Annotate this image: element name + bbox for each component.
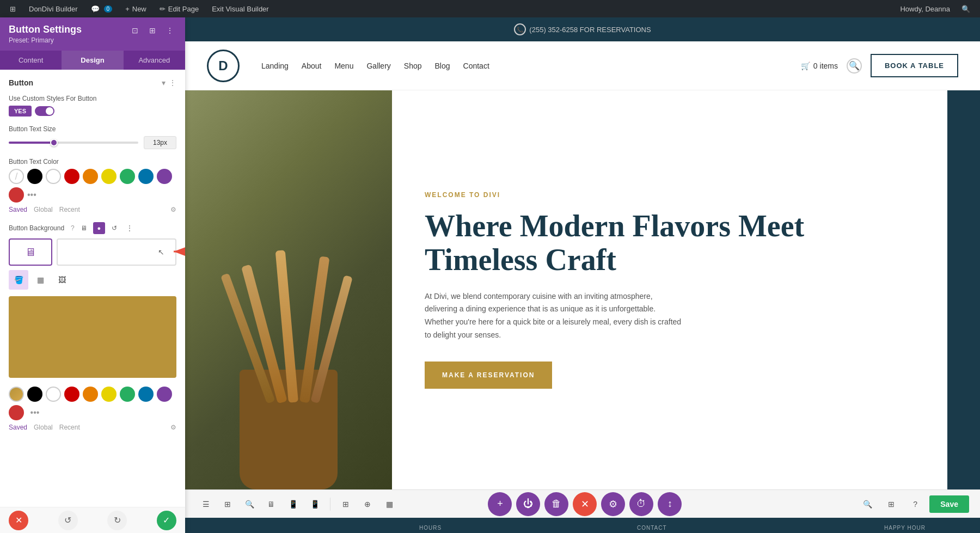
- blue-swatch[interactable]: [138, 169, 154, 184]
- time-action-button[interactable]: ⏱: [629, 492, 653, 516]
- red-swatch[interactable]: [64, 169, 79, 184]
- add-action-button[interactable]: +: [488, 492, 512, 516]
- bg-more-icon[interactable]: ⋮: [124, 222, 136, 234]
- hero-content: WELCOME TO DIVI Where Modern Flavors Mee…: [392, 90, 947, 489]
- tab-advanced[interactable]: Advanced: [124, 51, 185, 70]
- nav-shop[interactable]: Shop: [404, 62, 422, 70]
- toolbar-zoom-icon[interactable]: ⊕: [358, 494, 377, 514]
- color-settings-icon[interactable]: ⚙: [170, 206, 176, 213]
- transparent-swatch[interactable]: [9, 169, 24, 184]
- black-swatch-2[interactable]: [27, 387, 42, 402]
- reservation-button[interactable]: MAKE A RESERVATION: [425, 362, 552, 389]
- panel-header-icons: ⊡ ⊞ ⋮: [128, 24, 176, 37]
- toolbar-search-icon[interactable]: 🔍: [240, 494, 259, 514]
- cancel-button[interactable]: ✕: [9, 511, 28, 530]
- help-right-btn[interactable]: ?: [905, 494, 925, 514]
- bg-color-type[interactable]: 🪣: [9, 270, 28, 290]
- book-table-button[interactable]: BOOK A TABLE: [871, 54, 958, 77]
- green-swatch-2[interactable]: [120, 387, 135, 402]
- cart-info[interactable]: 🛒 0 items: [801, 62, 838, 70]
- settings-action-button[interactable]: ⚙: [601, 492, 625, 516]
- exit-builder-link[interactable]: Exit Visual Builder: [207, 0, 273, 17]
- yellow-swatch[interactable]: [101, 169, 117, 184]
- blue-swatch-2[interactable]: [138, 387, 154, 402]
- undo-button[interactable]: ↺: [58, 511, 78, 530]
- toolbar-tablet-icon[interactable]: 📱: [283, 494, 303, 514]
- orange-swatch-2[interactable]: [83, 387, 98, 402]
- confirm-button[interactable]: ✓: [157, 511, 176, 530]
- layers-right-btn[interactable]: ⊞: [881, 494, 901, 514]
- new-menu[interactable]: + New: [121, 0, 151, 17]
- nav-gallery[interactable]: Gallery: [366, 62, 390, 70]
- edit-page-link[interactable]: ✏ Edit Page: [155, 0, 203, 17]
- panel-columns-icon[interactable]: ⊞: [146, 24, 159, 37]
- section-more-icon[interactable]: ⋮: [169, 78, 176, 87]
- bg-saved-tab[interactable]: Saved: [9, 424, 27, 431]
- search-right-btn[interactable]: 🔍: [857, 494, 877, 514]
- tab-design[interactable]: Design: [62, 51, 123, 70]
- delete-action-button[interactable]: 🗑: [544, 492, 568, 516]
- panel-more-icon[interactable]: ⋮: [163, 24, 176, 37]
- purple-swatch-2[interactable]: [157, 387, 172, 402]
- close-action-button[interactable]: ✕: [573, 492, 597, 516]
- panel-settings-icon[interactable]: ⊡: [128, 24, 142, 37]
- nav-blog[interactable]: Blog: [435, 62, 450, 70]
- site-name-link[interactable]: DonDivi Builder: [24, 0, 82, 17]
- slider-thumb[interactable]: [50, 139, 58, 146]
- white-swatch-2[interactable]: [46, 387, 61, 402]
- yellow-swatch-2[interactable]: [101, 387, 117, 402]
- slider-fill: [9, 142, 54, 144]
- green-swatch[interactable]: [120, 169, 135, 184]
- bg-solid-preview[interactable]: 🖥: [9, 238, 52, 266]
- tab-content[interactable]: Content: [0, 51, 62, 70]
- black-swatch[interactable]: [27, 169, 42, 184]
- redo-button[interactable]: ↻: [107, 511, 127, 530]
- bg-gradient-type[interactable]: ▦: [30, 270, 50, 290]
- bg-recent-tab[interactable]: Recent: [59, 424, 80, 431]
- nav-landing[interactable]: Landing: [261, 62, 289, 70]
- toolbar-desktop-icon[interactable]: 🖥: [261, 494, 281, 514]
- nav-menu[interactable]: Menu: [334, 62, 353, 70]
- crimson-swatch-2[interactable]: [9, 405, 24, 420]
- bg-help-icon[interactable]: ?: [71, 224, 75, 232]
- toggle-button[interactable]: YES: [9, 106, 176, 117]
- admin-search-button[interactable]: 🔍: [957, 0, 975, 17]
- bg-white-preview[interactable]: ↖: [57, 238, 176, 266]
- text-size-value[interactable]: 13px: [144, 136, 176, 149]
- text-size-track[interactable]: [9, 142, 138, 144]
- power-action-button[interactable]: ⏻: [516, 492, 540, 516]
- crimson-swatch[interactable]: [9, 187, 24, 203]
- bg-image-type[interactable]: 🖼: [52, 270, 72, 290]
- golden-swatch[interactable]: [9, 387, 24, 402]
- more-bg-colors-button[interactable]: •••: [27, 405, 42, 420]
- button-section-header: Button ▾ ⋮: [9, 78, 176, 87]
- orange-swatch[interactable]: [83, 169, 98, 184]
- hours-label: HOURS: [419, 525, 442, 531]
- toolbar-wireframe-icon[interactable]: ⊞: [336, 494, 356, 514]
- transfer-action-button[interactable]: ↕: [658, 492, 682, 516]
- recent-tab[interactable]: Recent: [59, 206, 80, 213]
- global-tab[interactable]: Global: [34, 206, 53, 213]
- wp-logo[interactable]: ⊞: [5, 0, 20, 17]
- toolbar-layout-icon[interactable]: ▦: [379, 494, 399, 514]
- nav-search-button[interactable]: 🔍: [847, 58, 862, 73]
- toolbar-mobile-icon[interactable]: 📱: [305, 494, 324, 514]
- nav-contact[interactable]: Contact: [463, 62, 489, 70]
- bg-global-tab[interactable]: Global: [34, 424, 53, 431]
- more-colors-button[interactable]: •••: [27, 190, 36, 200]
- toolbar-menu-icon[interactable]: ☰: [196, 494, 216, 514]
- purple-swatch[interactable]: [157, 169, 172, 184]
- white-swatch[interactable]: [46, 169, 61, 184]
- toggle-switch[interactable]: [35, 106, 54, 116]
- saved-tab[interactable]: Saved: [9, 206, 27, 213]
- red-swatch-2[interactable]: [64, 387, 79, 402]
- bg-desktop-icon[interactable]: 🖥: [78, 222, 90, 234]
- toolbar-grid-icon[interactable]: ⊞: [218, 494, 237, 514]
- bg-active-icon[interactable]: ●: [93, 222, 105, 234]
- nav-about[interactable]: About: [302, 62, 322, 70]
- bg-color-settings-icon[interactable]: ⚙: [170, 424, 176, 431]
- save-button[interactable]: Save: [929, 495, 969, 513]
- bg-undo-icon[interactable]: ↺: [108, 222, 120, 234]
- comments-link[interactable]: 💬 0: [87, 0, 117, 17]
- collapse-icon[interactable]: ▾: [162, 78, 166, 87]
